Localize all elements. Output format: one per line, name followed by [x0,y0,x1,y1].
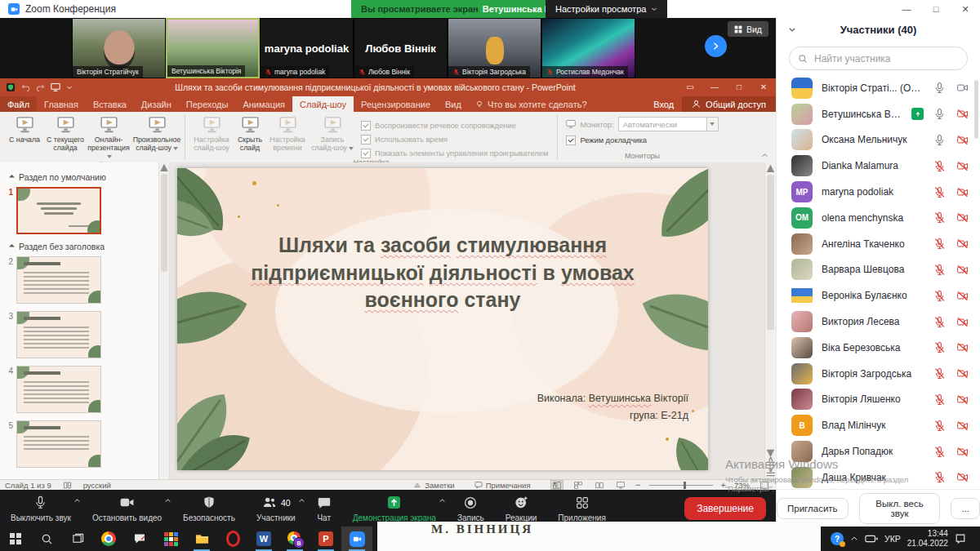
camera-off-icon[interactable] [956,316,969,328]
slide-credit-text[interactable]: Виконала: Ветушинська Вікторії група: Е-… [537,390,688,424]
video-tile[interactable]: Ветушинська Вікторія [166,18,260,78]
presenter-view-checkbox[interactable]: Режим докладчика [566,136,718,145]
toolbar-camera-button[interactable]: Остановить видео [82,490,172,527]
mic-on-icon[interactable] [933,108,946,120]
camera-off-icon[interactable] [956,341,969,353]
start-button[interactable] [0,527,31,551]
comments-button[interactable]: Примечания [474,481,531,490]
monitor-dropdown[interactable]: Автоматически [618,117,719,131]
show-hidden-icons-chevron[interactable] [850,535,858,543]
mic-muted-icon[interactable] [933,160,946,172]
slide-canvas[interactable]: Шляхи та засоби стимулювання підприємниц… [177,168,708,470]
camera-off-icon[interactable] [956,446,969,458]
participant-row[interactable]: Вікторія Ляшенко [777,387,980,413]
participant-row[interactable]: Вікторія Страті... (Организатор, я) [777,75,980,101]
ppt-tab-animations[interactable]: Анимация [235,96,292,112]
mic-muted-icon[interactable] [933,186,946,198]
ppt-tab-file[interactable]: Файл [0,96,37,112]
zoom-in-button[interactable]: + [721,480,726,490]
protected-shield-icon[interactable] [6,82,16,92]
use-timings-checkbox[interactable]: Использовать время [361,135,548,144]
camera-off-icon[interactable] [956,211,969,224]
from-start-button[interactable]: С начала [4,114,45,144]
participant-row[interactable]: Вероніка Булаєнко [777,282,980,309]
scroll-up-icon[interactable]: ▲ [765,162,776,173]
custom-slideshow-button[interactable]: Произвольное слайд-шоу [131,114,182,153]
ppt-close-button[interactable]: ✕ [751,78,776,96]
camera-off-icon[interactable] [956,160,969,172]
ppt-tab-design[interactable]: Дизайн [134,96,179,112]
minimize-button[interactable]: — [892,0,921,18]
taskbar-chat-app-icon[interactable] [124,527,155,551]
zoom-slider[interactable] [649,485,713,486]
mic-muted-icon[interactable] [933,211,946,224]
mic-on-icon[interactable] [933,82,946,94]
camera-off-icon[interactable] [956,420,969,432]
taskbar-zoom-icon[interactable] [341,527,372,551]
toolbar-people-button[interactable]: 40Участники [246,490,306,527]
undo-icon[interactable] [21,83,30,92]
chevron-up-icon[interactable] [74,497,81,504]
participant-row[interactable]: Оксана Мельничук [777,127,980,153]
input-device-icon[interactable] [865,534,878,544]
collapse-ribbon-button[interactable] [761,152,768,159]
clock[interactable]: 13:44 21.04.2022 [907,529,948,549]
mute-all-button[interactable]: Выкл. весь звук [859,493,941,524]
task-view-button[interactable] [62,527,93,551]
taskbar-rubik-app-icon[interactable] [155,527,186,551]
participant-row[interactable]: Ветушинська Вікторія [777,101,980,127]
ppt-tab-insert[interactable]: Вставка [86,96,134,112]
next-page-arrow-button[interactable] [705,35,727,57]
participants-scrollbar[interactable] [974,80,978,139]
video-tile[interactable]: Вікторія Загродська [448,18,541,78]
mic-muted-icon[interactable] [933,238,946,250]
taskbar-powerpoint-icon[interactable]: P [310,527,341,551]
more-options-button[interactable]: ... [951,498,980,519]
camera-off-icon[interactable] [956,264,969,276]
camera-off-icon[interactable] [956,134,969,146]
camera-on-icon[interactable] [956,82,969,94]
notification-center-icon[interactable] [955,533,966,544]
mic-muted-icon[interactable] [933,446,946,458]
video-tile[interactable]: maryna podoliakmaryna podoliak [260,18,354,78]
slide-thumbnail-2[interactable]: 2 [3,256,169,304]
mic-muted-icon[interactable] [933,393,946,406]
section-header-default[interactable]: Раздел по умолчанию [10,172,169,182]
end-meeting-button[interactable]: Завершение [684,497,766,520]
record-slideshow-button[interactable]: Запись слайд-шоу [309,114,356,153]
mic-muted-icon[interactable] [933,341,946,353]
redo-icon[interactable] [36,83,45,92]
slide-thumbnail-4[interactable]: 4 [3,366,169,413]
participant-row[interactable]: Даша Кривчак [777,464,980,490]
participant-row[interactable]: Варвара Шевцова [777,257,980,283]
participant-row[interactable]: MPmaryna podoliak [777,179,980,205]
slide-thumbnail-3[interactable]: 3 [3,311,169,358]
participant-row[interactable]: Дарья Попадюк [777,438,980,464]
fit-to-window-button[interactable] [758,480,771,490]
hide-slide-button[interactable]: Скрыть слайд [234,114,266,153]
setup-slideshow-button[interactable]: Настройка слайд-шоу [189,114,234,153]
participant-row[interactable]: ВВлад Мілінчук [777,412,980,438]
chevron-up-icon[interactable] [298,497,305,504]
collapse-panel-icon[interactable] [788,25,796,33]
chevron-up-icon[interactable] [164,497,172,504]
slide-thumbnail-1[interactable]: 1 [3,187,169,234]
language-indicator[interactable]: русский [83,481,111,490]
slide-sorter-view-button[interactable] [572,480,585,490]
chevron-up-icon[interactable] [439,497,446,504]
video-tile[interactable]: Ростислав Медончак [541,18,635,78]
customize-qat-icon[interactable] [66,84,73,91]
mic-muted-icon[interactable] [933,264,946,276]
normal-view-button[interactable] [550,480,564,490]
mic-muted-icon[interactable] [933,316,946,328]
ppt-signin-button[interactable]: Вход [645,96,682,112]
next-slide-button[interactable]: ≚ [765,469,776,479]
participant-row[interactable]: Виктория Лесева [777,309,980,335]
ppt-restore-button[interactable]: □ [727,78,751,96]
participant-row[interactable]: OMolena menchynska [777,205,980,231]
camera-off-icon[interactable] [956,290,969,302]
video-tile[interactable]: Вікторія Стратійчук [72,18,166,78]
ppt-tab-view[interactable]: Вид [438,96,469,112]
maximize-button[interactable]: □ [921,0,951,18]
invite-button[interactable]: Пригласить [777,498,849,519]
